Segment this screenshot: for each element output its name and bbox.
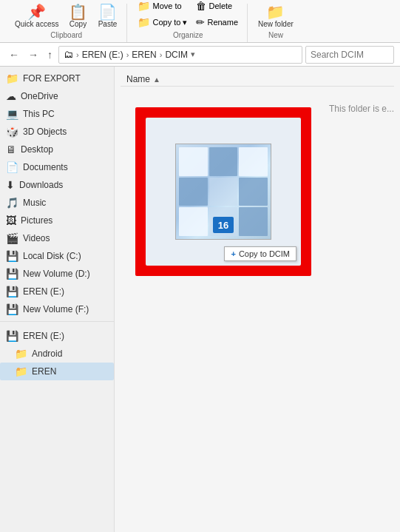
sidebar-item-documents[interactable]: 📄 Documents (0, 158, 114, 176)
organize-group-label: Organize (173, 31, 203, 39)
videos-icon: 🎬 (6, 232, 18, 244)
paste-icon: 📄 (98, 4, 117, 19)
eren-folder-icon: 📁 (15, 366, 27, 377)
file-item[interactable]: 16 + Copy to DCIM (146, 118, 301, 266)
android-icon: 📁 (15, 348, 27, 360)
copy-to-button[interactable]: 📁 Copy to ▾ (135, 15, 190, 30)
local-c-icon: 💾 (6, 250, 18, 262)
sidebar-item-new-vol-d[interactable]: 💾 New Volume (D:) (0, 265, 114, 283)
rename-icon: ✏ (196, 16, 205, 28)
copy-to-tooltip[interactable]: + Copy to DCIM (224, 246, 296, 261)
empty-message: This folder is e... (329, 104, 394, 114)
documents-label: Documents (23, 162, 68, 172)
sidebar-item-eren-folder[interactable]: 📁 EREN (0, 363, 114, 380)
new-vol-f-icon: 💾 (6, 303, 18, 315)
this-pc-icon: 💻 (6, 108, 18, 120)
copy-to-tooltip-text: Copy to DCIM (239, 249, 290, 258)
sidebar-item-for-export[interactable]: 📁 FOR EXPORT (0, 70, 114, 87)
path-folder-icon: 🗂 (64, 49, 73, 60)
copy-to-icon: 📁 (138, 16, 150, 28)
eren-e-sub-label: EREN (E:) (23, 331, 64, 341)
for-export-label: FOR EXPORT (23, 73, 81, 84)
clipboard-group-label: Clipboard (50, 31, 82, 39)
path-sep-2: › (126, 50, 129, 59)
organize-col-1: 📁 Move to 📁 Copy to ▾ (135, 0, 190, 30)
sidebar-item-music[interactable]: 🎵 Music (0, 194, 114, 212)
sidebar-item-android[interactable]: 📁 Android (0, 345, 114, 363)
paste-button[interactable]: 📄 Paste (94, 3, 121, 30)
thumb-cell-6 (239, 178, 268, 206)
path-segment-3: DCIM (165, 50, 188, 60)
back-button[interactable]: ← (6, 47, 22, 62)
downloads-icon: ⬇ (6, 179, 15, 191)
new-folder-icon: 📁 (266, 4, 285, 19)
music-label: Music (23, 198, 46, 208)
sidebar-item-desktop[interactable]: 🖥 Desktop (0, 141, 114, 158)
paste-label: Paste (98, 20, 118, 28)
copy-icon: 📋 (69, 4, 87, 19)
sidebar-item-this-pc[interactable]: 💻 This PC (0, 105, 114, 123)
delete-label: Delete (209, 1, 232, 10)
sidebar-divider (0, 321, 114, 324)
address-path[interactable]: 🗂 › EREN (E:) › EREN › DCIM ▾ (58, 46, 302, 64)
path-dropdown[interactable]: ▾ (191, 50, 195, 59)
3d-objects-label: 3D Objects (23, 127, 67, 137)
path-sep-3: › (160, 50, 163, 59)
thumb-cell-9 (239, 207, 268, 236)
forward-button[interactable]: → (25, 47, 41, 62)
quick-access-icon: 📌 (27, 4, 46, 19)
sidebar: 📁 FOR EXPORT ☁ OneDrive 💻 This PC 🎲 3D O… (0, 67, 115, 532)
eren-e-label: EREN (E:) (23, 286, 64, 297)
thumb-cell-2 (209, 147, 238, 176)
eren-folder-label: EREN (32, 366, 56, 377)
new-vol-f-label: New Volume (F:) (23, 304, 89, 314)
new-folder-label: New folder (258, 20, 294, 28)
sidebar-item-local-c[interactable]: 💾 Local Disk (C:) (0, 247, 114, 265)
rename-button[interactable]: ✏ Rename (193, 15, 241, 30)
thumb-cell-4 (179, 178, 208, 206)
android-label: Android (32, 349, 62, 359)
new-group: 📁 New folder New (249, 4, 302, 42)
new-vol-d-icon: 💾 (6, 268, 18, 280)
new-folder-button[interactable]: 📁 New folder (255, 3, 296, 30)
sidebar-item-eren-e[interactable]: 💾 EREN (E:) (0, 283, 114, 300)
ribbon: 📌 Quick access 📋 Copy 📄 Paste Clipboard … (0, 0, 400, 43)
onedrive-label: OneDrive (21, 91, 58, 101)
clipboard-group: 📌 Quick access 📋 Copy 📄 Paste Clipboard (6, 4, 127, 42)
new-buttons: 📁 New folder (255, 3, 296, 30)
path-sep-1: › (76, 50, 79, 59)
search-input[interactable] (305, 46, 394, 64)
sidebar-item-pictures[interactable]: 🖼 Pictures (0, 212, 114, 229)
up-button[interactable]: ↑ (44, 47, 55, 62)
copy-button[interactable]: 📋 Copy (64, 3, 91, 30)
eren-e-sub-icon: 💾 (6, 330, 18, 342)
pictures-label: Pictures (21, 215, 52, 226)
desktop-label: Desktop (21, 144, 53, 155)
sidebar-item-onedrive[interactable]: ☁ OneDrive (0, 87, 114, 105)
sidebar-item-3d-objects[interactable]: 🎲 3D Objects (0, 123, 114, 141)
desktop-icon: 🖥 (6, 144, 16, 155)
copy-to-label: Copy to ▾ (152, 18, 187, 27)
main-area: 📁 FOR EXPORT ☁ OneDrive 💻 This PC 🎲 3D O… (0, 67, 400, 532)
clipboard-buttons: 📌 Quick access 📋 Copy 📄 Paste (12, 3, 121, 30)
column-name: Name (126, 74, 150, 84)
thumb-cell-5 (209, 178, 238, 206)
pictures-icon: 🖼 (6, 215, 16, 226)
quick-access-button[interactable]: 📌 Quick access (12, 3, 61, 30)
organize-group: 📁 Move to 📁 Copy to ▾ 🗑 Delete ✏ Rename (129, 4, 248, 42)
organize-col-2: 🗑 Delete ✏ Rename (193, 0, 241, 30)
sidebar-item-eren-e-sub[interactable]: 💾 EREN (E:) (0, 327, 114, 345)
this-pc-label: This PC (23, 109, 55, 119)
videos-label: Videos (23, 233, 50, 243)
3d-objects-icon: 🎲 (6, 126, 18, 138)
for-export-icon: 📁 (6, 73, 18, 84)
sidebar-item-new-vol-f[interactable]: 💾 New Volume (F:) (0, 300, 114, 318)
move-to-button[interactable]: 📁 Move to (135, 0, 190, 13)
copy-plus-icon: + (231, 249, 235, 258)
organize-buttons: 📁 Move to 📁 Copy to ▾ 🗑 Delete ✏ Rename (135, 0, 241, 30)
sidebar-item-downloads[interactable]: ⬇ Downloads (0, 176, 114, 194)
delete-button[interactable]: 🗑 Delete (193, 0, 241, 13)
quick-access-label: Quick access (15, 20, 58, 28)
column-header: Name ▲ (121, 73, 394, 87)
sidebar-item-videos[interactable]: 🎬 Videos (0, 229, 114, 247)
